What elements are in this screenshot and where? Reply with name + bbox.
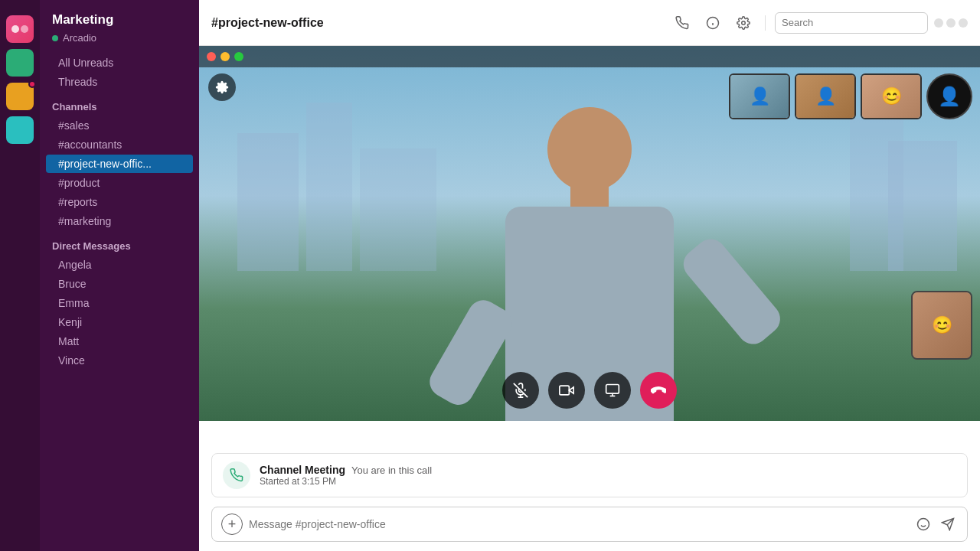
person-head [547, 107, 632, 191]
sidebar-item-sales[interactable]: #sales [46, 116, 193, 135]
sidebar-item-dm-emma[interactable]: Emma [46, 294, 193, 312]
dot-1 [934, 18, 943, 28]
meeting-you-in-call: You are in this call [351, 465, 432, 476]
video-call-overlay: 👤 👤 😊 👤 😊 [199, 46, 980, 421]
svg-point-3 [742, 21, 746, 24]
sidebar-item-marketing[interactable]: #marketing [46, 212, 193, 230]
meeting-time: Started at 3:15 PM [260, 476, 956, 487]
workspace-switcher [0, 0, 40, 551]
workspace-avatar-2[interactable] [6, 49, 34, 77]
video-title-bar [199, 46, 980, 67]
channel-bottom-area: Channel Meeting You are in this call Sta… [199, 447, 980, 551]
settings-icon-btn[interactable] [731, 11, 756, 35]
sidebar-item-dm-vince[interactable]: Vince [46, 351, 193, 370]
sidebar-item-threads[interactable]: Threads [46, 73, 193, 91]
video-toggle-button[interactable] [548, 372, 585, 409]
end-call-button[interactable] [640, 372, 677, 409]
sidebar-item-product[interactable]: #product [46, 174, 193, 192]
thumbnail-participant-dark: 👤 [926, 73, 972, 119]
message-input-bar: + [211, 507, 968, 542]
username: Arcadio [63, 32, 96, 44]
send-button[interactable] [938, 514, 958, 534]
channel-product-label: #product [58, 177, 100, 189]
meeting-icon [223, 461, 250, 489]
user-status: Arcadio [40, 31, 199, 53]
svg-point-4 [220, 86, 224, 90]
channel-reports-label: #reports [58, 196, 97, 208]
message-right-icons [913, 514, 958, 534]
dot-2 [946, 18, 956, 28]
svg-marker-8 [569, 387, 573, 393]
channel-search-input[interactable] [775, 12, 928, 34]
dm-section-label: Direct Messages [40, 231, 199, 255]
notification-badge [28, 80, 36, 88]
svg-rect-9 [560, 386, 570, 395]
mute-button[interactable] [502, 372, 539, 409]
video-main-area: 👤 👤 😊 👤 😊 [199, 46, 980, 421]
traffic-light-red[interactable] [207, 52, 216, 61]
sidebar: Marketing Arcadio All Unreads Threads Ch… [40, 0, 199, 551]
thumbnail-self: 😊 [911, 291, 972, 360]
meeting-text: Channel Meeting You are in this call Sta… [260, 464, 956, 487]
dm-angela-label: Angela [58, 259, 92, 271]
thumbnail-participant-2: 👤 [795, 73, 856, 119]
message-input[interactable] [249, 518, 907, 530]
dm-matt-label: Matt [58, 335, 79, 347]
sidebar-item-reports[interactable]: #reports [46, 193, 193, 211]
person-neck [570, 184, 609, 207]
sidebar-item-project-new-office[interactable]: #project-new-offic... [46, 155, 193, 173]
threads-label: Threads [58, 76, 97, 88]
dm-kenji-label: Kenji [58, 316, 82, 328]
channel-marketing-label: #marketing [58, 215, 111, 227]
workspace-avatar-main[interactable] [6, 15, 34, 43]
status-indicator [52, 35, 58, 41]
channel-header: #project-new-office [199, 0, 980, 46]
dm-vince-label: Vince [58, 354, 85, 367]
sidebar-item-all-unreads[interactable]: All Unreads [46, 54, 193, 72]
thumbnail-participant-3: 😊 [861, 73, 922, 119]
dm-bruce-label: Bruce [58, 278, 87, 290]
header-icons [670, 11, 968, 35]
workspace-name: Marketing [40, 0, 199, 31]
sidebar-item-dm-bruce[interactable]: Bruce [46, 275, 193, 293]
phone-icon-btn[interactable] [670, 11, 694, 35]
info-icon-btn[interactable] [701, 11, 725, 35]
dm-emma-label: Emma [58, 297, 89, 309]
channel-title: #project-new-office [211, 16, 662, 30]
call-controls [502, 372, 677, 409]
sidebar-item-dm-kenji[interactable]: Kenji [46, 313, 193, 331]
traffic-light-yellow[interactable] [220, 52, 230, 61]
channel-accountants-label: #accountants [58, 139, 122, 151]
video-settings-button[interactable] [208, 73, 236, 101]
svg-rect-10 [606, 385, 619, 394]
meeting-notification: Channel Meeting You are in this call Sta… [211, 453, 968, 497]
meeting-title: Channel Meeting [260, 464, 345, 476]
dot-3 [959, 18, 968, 28]
all-unreads-label: All Unreads [58, 57, 113, 69]
channels-section-label: Channels [40, 92, 199, 116]
sidebar-item-accountants[interactable]: #accountants [46, 135, 193, 154]
screen-share-button[interactable] [594, 372, 631, 409]
traffic-light-green[interactable] [234, 52, 243, 61]
channel-project-label: #project-new-offic... [58, 158, 152, 170]
sidebar-item-dm-matt[interactable]: Matt [46, 332, 193, 350]
channel-sales-label: #sales [58, 119, 89, 132]
sidebar-item-dm-angela[interactable]: Angela [46, 256, 193, 274]
attach-button[interactable]: + [221, 514, 243, 535]
main-content: #project-new-office [199, 0, 980, 551]
workspace-avatar-4[interactable] [6, 116, 34, 144]
participant-thumbnails: 👤 👤 😊 👤 [729, 73, 972, 119]
thumbnail-participant-1: 👤 [729, 73, 790, 119]
emoji-button[interactable] [913, 514, 933, 534]
svg-point-13 [918, 519, 929, 530]
